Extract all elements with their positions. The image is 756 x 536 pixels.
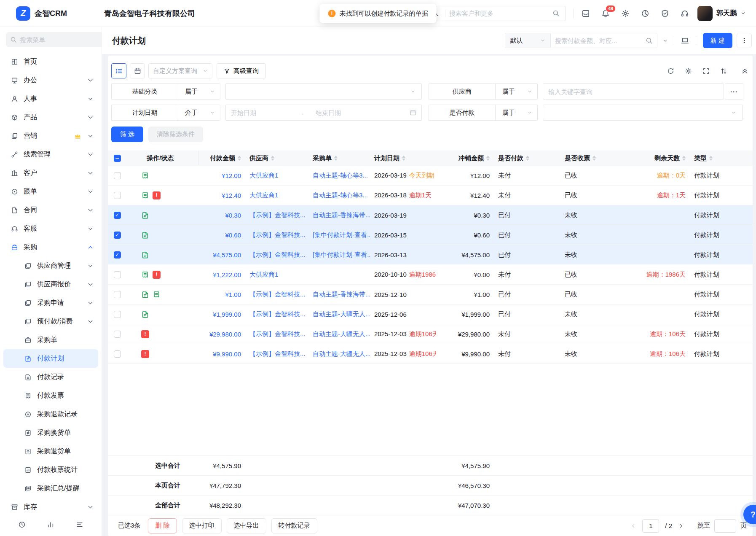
column-header[interactable]: 操作/状态 — [126, 151, 199, 166]
list-view-button[interactable] — [111, 63, 126, 78]
sort-icon[interactable] — [709, 156, 713, 161]
row-checkbox[interactable] — [114, 311, 121, 318]
supplier-link[interactable]: 【示例】金智科技... — [249, 330, 306, 337]
calendar-view-button[interactable] — [130, 63, 145, 78]
order-link[interactable]: 自动主题-大疆无人... — [313, 330, 370, 337]
table-row[interactable]: ¥1.00【示例】金智科技...自动主题-香辣海带...2025-12-10¥1… — [108, 285, 753, 304]
sidebar-search[interactable] — [6, 32, 102, 47]
date-range-picker[interactable]: → — [225, 105, 422, 121]
table-row[interactable]: ✓¥0.60【示例】金智科技...[集中付款计划-查看...2026-03-15… — [108, 225, 753, 245]
amount-link[interactable]: ¥12.00 — [222, 172, 241, 179]
row-checkbox[interactable] — [114, 291, 121, 298]
view-select[interactable]: 默认 — [505, 33, 551, 48]
amount-link[interactable]: ¥1.00 — [225, 291, 241, 298]
chevron-down-icon[interactable] — [662, 38, 668, 43]
sidebar-item[interactable]: 采购汇总/提醒 — [0, 479, 102, 498]
order-link[interactable]: 自动主题-香辣海带... — [313, 211, 370, 218]
sort-icon[interactable] — [486, 156, 490, 161]
column-header[interactable]: 采购单 — [308, 154, 370, 162]
column-header[interactable]: 计划日期 — [370, 154, 436, 162]
order-link[interactable]: 自动主题-大疆无人... — [313, 310, 370, 318]
menu-settings-icon[interactable] — [76, 521, 83, 528]
sidebar-item[interactable]: 采购退款记录 — [0, 405, 102, 423]
amount-link[interactable]: ¥12.40 — [222, 192, 241, 199]
stats-icon[interactable] — [47, 521, 54, 528]
sidebar-item[interactable]: 付款发票 — [0, 386, 102, 405]
sidebar-item[interactable]: 客户 — [0, 164, 102, 182]
amount-link[interactable]: ¥4,575.00 — [213, 251, 241, 259]
search-icon[interactable] — [646, 37, 653, 44]
transfer-payment-button[interactable]: 转付款记录 — [271, 518, 317, 533]
refresh-icon[interactable] — [667, 67, 674, 75]
history-icon[interactable] — [18, 521, 26, 528]
sidebar-item[interactable]: 供应商报价 — [0, 275, 102, 294]
column-settings-icon[interactable] — [685, 67, 692, 75]
table-row[interactable]: ✓¥4,575.00【示例】金智科技...[集中付款计划-查看...2026-0… — [108, 245, 753, 265]
paid-value-select[interactable] — [543, 105, 743, 121]
filter-operator-select[interactable]: 介于 — [178, 105, 220, 120]
column-header[interactable]: 类型 — [690, 154, 753, 162]
inbox-icon[interactable] — [582, 9, 590, 18]
report-icon[interactable] — [641, 9, 649, 18]
row-checkbox[interactable] — [114, 350, 121, 358]
row-checkbox[interactable]: ✓ — [114, 251, 121, 259]
sidebar-item[interactable]: 采购申请 — [0, 294, 102, 312]
sidebar-item[interactable]: 客服 — [0, 219, 102, 238]
advanced-query-button[interactable]: 高级查询 — [217, 63, 266, 78]
row-checkbox[interactable] — [114, 331, 121, 338]
sidebar-item[interactable]: 付款记录 — [0, 368, 102, 386]
supplier-keyword-input[interactable] — [548, 88, 718, 95]
delete-button[interactable]: 删 除 — [148, 518, 177, 533]
order-link[interactable]: [集中付款计划-查看... — [313, 251, 370, 258]
category-value-select[interactable] — [225, 83, 422, 100]
new-button[interactable]: 新 建 — [703, 33, 732, 48]
order-link[interactable]: 自动主题-轴心等3... — [313, 191, 368, 199]
sidebar-item[interactable]: 人事 — [0, 89, 102, 108]
sidebar-item[interactable]: 办公 — [0, 71, 102, 89]
column-header[interactable]: 剩余天数 — [626, 154, 690, 162]
device-view-icon[interactable] — [681, 37, 689, 45]
supplier-link[interactable]: 【示例】金智科技... — [249, 350, 306, 357]
row-checkbox[interactable]: ✓ — [114, 212, 121, 219]
headset-icon[interactable] — [681, 9, 689, 18]
gear-icon[interactable] — [621, 9, 630, 18]
end-date-input[interactable] — [316, 109, 379, 116]
sidebar-item[interactable]: 库存 — [0, 498, 102, 513]
amount-link[interactable]: ¥0.60 — [225, 232, 241, 239]
supplier-link[interactable]: 大供应商1 — [249, 172, 278, 179]
jump-page-input[interactable] — [714, 519, 736, 533]
sidebar-search-input[interactable] — [20, 36, 102, 43]
column-header[interactable]: 是否收票 — [560, 154, 626, 162]
table-row[interactable]: ¥12.00大供应商1自动主题-轴心等3...2026-03-19今天到期¥12… — [108, 166, 753, 186]
sidebar-item[interactable]: 营销 — [0, 127, 102, 145]
table-row[interactable]: !¥29,980.00【示例】金智科技...自动主题-大疆无人...2025-1… — [108, 324, 753, 344]
export-selected-button[interactable]: 选中导出 — [227, 518, 266, 533]
sidebar-item[interactable]: 采购换货单 — [0, 423, 102, 442]
table-row[interactable]: ✓¥0.30【示例】金智科技...自动主题-香辣海带...2026-03-19¥… — [108, 205, 753, 225]
sort-icon[interactable] — [271, 156, 274, 161]
collapse-icon[interactable] — [741, 67, 748, 75]
select-all-checkbox[interactable] — [114, 155, 121, 162]
print-selected-button[interactable]: 选中打印 — [182, 518, 222, 533]
prev-page-icon[interactable] — [630, 523, 636, 529]
column-header[interactable]: 供应商 — [245, 154, 308, 162]
row-height-icon[interactable] — [720, 67, 727, 75]
more-filter-button[interactable]: ··· — [725, 83, 743, 100]
column-header[interactable]: 冲销金额 — [436, 154, 494, 162]
order-link[interactable]: 自动主题-轴心等3... — [313, 172, 368, 179]
supplier-link[interactable]: 【示例】金智科技... — [249, 231, 306, 238]
amount-link[interactable]: ¥1,222.00 — [213, 271, 241, 278]
sidebar-item[interactable]: 预付款/消费 — [0, 312, 102, 331]
filter-button[interactable]: 筛 选 — [111, 127, 143, 142]
order-link[interactable]: 自动主题-大疆无人... — [313, 350, 370, 357]
table-row[interactable]: !¥12.40大供应商1自动主题-轴心等3...2026-03-18逾期1天¥1… — [108, 186, 753, 205]
row-checkbox[interactable] — [114, 192, 121, 199]
column-header[interactable]: 是否付款 — [494, 154, 560, 162]
amount-link[interactable]: ¥0.30 — [225, 212, 241, 219]
sort-icon[interactable] — [402, 156, 405, 161]
table-row[interactable]: ¥1,999.00【示例】金智科技...自动主题-大疆无人...2025-12-… — [108, 304, 753, 324]
current-page[interactable]: 1 — [642, 519, 659, 533]
fullscreen-icon[interactable] — [702, 67, 710, 75]
row-checkbox[interactable] — [114, 172, 121, 179]
sidebar-item[interactable]: 跟单 — [0, 182, 102, 201]
